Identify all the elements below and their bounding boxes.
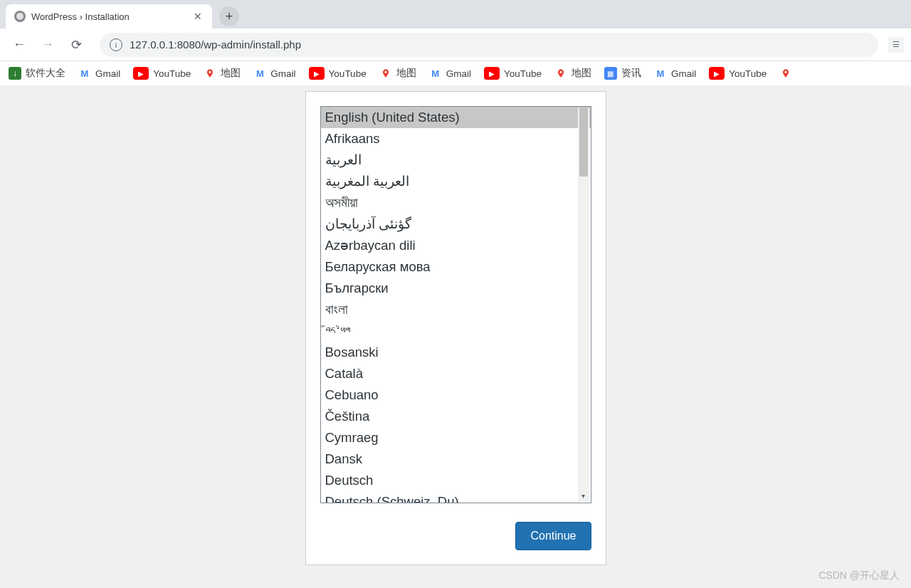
- bookmark-label: 地图: [221, 67, 241, 80]
- language-option[interactable]: Bosanski: [321, 342, 591, 363]
- continue-button[interactable]: Continue: [515, 522, 591, 550]
- language-option[interactable]: বাংলা: [321, 299, 591, 320]
- bookmark-label: 地图: [572, 67, 591, 80]
- bookmark-item[interactable]: ▦资讯: [604, 67, 641, 80]
- language-option[interactable]: العربية المغربية: [321, 171, 591, 192]
- gmail-icon: M: [429, 67, 442, 80]
- bookmark-item[interactable]: MGmail: [78, 67, 120, 80]
- bookmark-item[interactable]: ▶YouTube: [709, 67, 767, 80]
- language-select[interactable]: English (United States)Afrikaansالعربيةا…: [320, 106, 591, 503]
- scrollbar-track[interactable]: ▾: [578, 108, 589, 501]
- gmail-icon: M: [78, 67, 91, 80]
- bookmark-item[interactable]: 地图: [204, 67, 241, 80]
- bookmark-item[interactable]: ↓软件大全: [9, 67, 65, 80]
- reload-button[interactable]: ⟳: [64, 33, 88, 57]
- language-option[interactable]: Cebuano: [321, 384, 591, 406]
- back-button[interactable]: ←: [7, 33, 31, 57]
- installer-panel: English (United States)Afrikaansالعربيةا…: [305, 91, 606, 565]
- svg-point-0: [209, 71, 211, 73]
- language-option[interactable]: Dansk: [321, 448, 591, 470]
- browser-tab-active[interactable]: WordPress › Installation ✕: [6, 4, 212, 28]
- language-option[interactable]: Български: [321, 278, 591, 299]
- language-option[interactable]: Беларуская мова: [321, 256, 591, 278]
- bookmark-item[interactable]: ▶YouTube: [133, 67, 191, 80]
- bookmark-label: Gmail: [671, 68, 696, 79]
- globe-icon: [14, 11, 26, 22]
- language-option[interactable]: English (United States): [321, 107, 591, 128]
- bookmark-item[interactable]: [779, 67, 792, 80]
- map-pin-icon: [554, 67, 567, 80]
- browser-toolbar: ← → ⟳ i 127.0.0.1:8080/wp-admin/install.…: [0, 28, 911, 61]
- watermark: CSDN @开心星人: [818, 569, 900, 582]
- language-option[interactable]: Cymraeg: [321, 427, 591, 448]
- language-option[interactable]: گؤنئی آذربایجان: [321, 214, 591, 235]
- bookmark-item[interactable]: ▶YouTube: [484, 67, 542, 80]
- bookmark-label: YouTube: [729, 68, 767, 79]
- language-option[interactable]: Azərbaycan dili: [321, 235, 591, 256]
- map-pin-icon: [779, 67, 792, 80]
- youtube-icon: ▶: [484, 67, 500, 80]
- svg-point-2: [560, 71, 562, 73]
- url-text: 127.0.0.1:8080/wp-admin/install.php: [130, 38, 301, 51]
- bookmark-label: YouTube: [504, 68, 542, 79]
- youtube-icon: ▶: [709, 67, 725, 80]
- bookmark-label: YouTube: [329, 68, 367, 79]
- tab-title: WordPress › Installation: [31, 11, 130, 22]
- youtube-icon: ▶: [309, 67, 325, 80]
- language-option[interactable]: Afrikaans: [321, 128, 591, 149]
- bookmark-item[interactable]: 地图: [554, 67, 591, 80]
- bookmark-label: YouTube: [153, 68, 191, 79]
- bookmark-item[interactable]: MGmail: [429, 67, 471, 80]
- language-option[interactable]: Deutsch: [321, 470, 591, 491]
- bookmark-item[interactable]: MGmail: [253, 67, 295, 80]
- svg-point-3: [785, 71, 787, 73]
- language-option[interactable]: Deutsch (Schweiz, Du): [321, 491, 591, 503]
- bookmark-label: Gmail: [270, 68, 295, 79]
- language-option[interactable]: Čeština: [321, 406, 591, 427]
- language-option[interactable]: العربية: [321, 149, 591, 171]
- bookmark-label: Gmail: [95, 68, 120, 79]
- scrollbar-thumb[interactable]: [579, 108, 588, 177]
- map-pin-icon: [204, 67, 216, 80]
- address-bar[interactable]: i 127.0.0.1:8080/wp-admin/install.php: [100, 33, 878, 57]
- browser-tabstrip: WordPress › Installation ✕ +: [0, 0, 911, 28]
- bookmark-label: Gmail: [446, 68, 471, 79]
- bookmark-item[interactable]: ▶YouTube: [309, 67, 367, 80]
- svg-point-1: [384, 71, 386, 73]
- map-pin-icon: [379, 67, 392, 80]
- download-icon: ↓: [9, 67, 21, 80]
- bookmark-label: 地图: [396, 67, 416, 80]
- gmail-icon: M: [253, 67, 266, 80]
- new-tab-button[interactable]: +: [219, 6, 239, 26]
- bookmark-label: 软件大全: [26, 67, 65, 80]
- youtube-icon: ▶: [133, 67, 149, 80]
- calendar-icon: ▦: [604, 67, 617, 80]
- bookmark-label: 资讯: [621, 67, 641, 80]
- language-option[interactable]: Català: [321, 363, 591, 384]
- translate-icon[interactable]: ☰: [888, 37, 904, 53]
- bookmark-item[interactable]: MGmail: [654, 67, 696, 80]
- language-option[interactable]: অসমীয়া: [321, 192, 591, 214]
- gmail-icon: M: [654, 67, 667, 80]
- forward-button[interactable]: →: [36, 33, 60, 57]
- site-info-icon[interactable]: i: [110, 38, 122, 51]
- bookmark-item[interactable]: 地图: [379, 67, 416, 80]
- language-option[interactable]: བོད་ཡིག: [321, 320, 591, 342]
- scroll-down-arrow[interactable]: ▾: [578, 490, 589, 501]
- bookmarks-bar: ↓软件大全MGmail▶YouTube地图MGmail▶YouTube地图MGm…: [0, 61, 911, 85]
- close-icon[interactable]: ✕: [192, 11, 204, 22]
- page-content: English (United States)Afrikaansالعربيةا…: [0, 85, 911, 588]
